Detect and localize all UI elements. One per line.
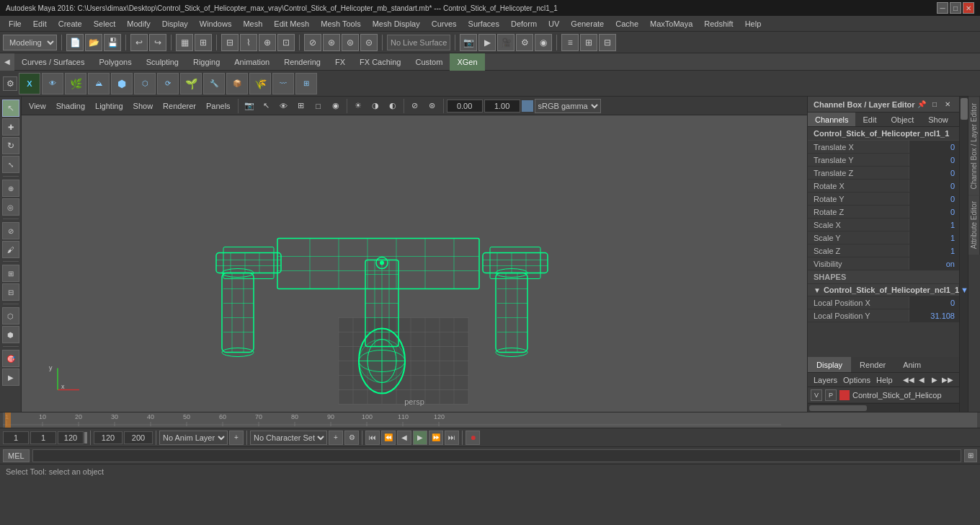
attr-value-locposY[interactable]: 31.108 <box>909 309 959 322</box>
menu-mesh[interactable]: Mesh <box>237 18 268 30</box>
shelf-icon4[interactable]: ⬢ <box>111 73 133 94</box>
current-frame-input[interactable] <box>3 431 29 444</box>
layers-scroll-prev-button[interactable]: ◀ <box>916 374 927 386</box>
cb-close-button[interactable]: ✕ <box>942 99 953 110</box>
menu-meshtools[interactable]: Mesh Tools <box>315 18 366 30</box>
tab-fx-caching[interactable]: FX Caching <box>352 53 408 71</box>
save-scene-button[interactable]: 💾 <box>104 34 121 51</box>
vp-select-btn[interactable]: ↖ <box>259 98 275 114</box>
mel-label[interactable]: MEL <box>3 449 30 462</box>
menu-modify[interactable]: Modify <box>121 18 156 30</box>
go-to-end-button[interactable]: ⏭ <box>445 431 459 445</box>
snap-together-button[interactable]: ⊟ <box>2 283 19 301</box>
display-tab[interactable]: Display <box>808 357 851 372</box>
paint-sel-button[interactable]: 🖌 <box>2 241 19 258</box>
menu-redshift[interactable]: Redshift <box>698 18 739 30</box>
shelf-icon6[interactable]: ⟳ <box>157 73 179 94</box>
help-label[interactable]: Help <box>876 376 893 384</box>
char-set-add-button[interactable]: + <box>329 431 343 445</box>
xform-btn1[interactable]: ⬡ <box>2 307 19 325</box>
tab-channels[interactable]: Channels <box>808 112 855 126</box>
snap-to-view-button[interactable]: ⊡ <box>277 34 295 51</box>
shelf-icon3[interactable]: ⛰ <box>88 73 110 94</box>
tab-polygons[interactable]: Polygons <box>92 53 138 71</box>
tool-btn2[interactable]: ⊛ <box>323 34 340 51</box>
menu-maxtomaya[interactable]: MaxToMaya <box>644 18 698 30</box>
tab-object[interactable]: Object <box>883 112 921 126</box>
attr-value-visibility[interactable]: on <box>909 257 959 270</box>
tab-edit[interactable]: Edit <box>855 112 883 126</box>
layers-scroll-right-button[interactable]: ▶▶ <box>942 374 953 386</box>
menu-select[interactable]: Select <box>88 18 122 30</box>
shelf-icon7[interactable]: 🌱 <box>180 73 202 94</box>
anim-layer-selector[interactable]: No Anim Layer <box>159 431 228 445</box>
channel-box-hscroll[interactable] <box>808 403 959 412</box>
anim-layer-add-button[interactable]: + <box>229 431 244 445</box>
menu-deform[interactable]: Deform <box>505 18 543 30</box>
vp-menu-view[interactable]: View <box>24 100 50 112</box>
soft-select-button[interactable]: ◎ <box>2 198 19 216</box>
exposure-input[interactable] <box>447 100 483 112</box>
snap-to-grid-button[interactable]: ⊟ <box>221 34 239 51</box>
vp-eye-btn[interactable]: 👁 <box>276 98 292 114</box>
tab-custom[interactable]: Custom <box>409 53 450 71</box>
cb-pin-button[interactable]: 📌 <box>916 99 927 110</box>
maximize-button[interactable]: □ <box>950 2 961 14</box>
mel-input[interactable] <box>32 449 961 462</box>
rotate-tool-button[interactable]: ↻ <box>2 137 19 154</box>
universal-manip-button[interactable]: ⊕ <box>2 180 19 197</box>
scene-render-button[interactable]: ▶ <box>2 369 19 386</box>
module-collapse-button[interactable]: ◀ <box>0 53 14 71</box>
attr-value-translatex[interactable]: 0 <box>909 141 959 153</box>
tab-xgen[interactable]: XGen <box>450 53 484 71</box>
layers-label[interactable]: Layers <box>814 376 837 384</box>
render-btn5[interactable]: ◉ <box>535 34 552 51</box>
tab-curves-surfaces[interactable]: Curves / Surfaces <box>14 53 92 71</box>
render-btn4[interactable]: ⚙ <box>516 34 533 51</box>
shelf-icon8[interactable]: 🔧 <box>203 73 225 94</box>
menu-display[interactable]: Display <box>156 18 194 30</box>
vp-shadow-btn[interactable]: ◑ <box>368 98 383 114</box>
range-end-input[interactable] <box>94 431 122 444</box>
hscroll-thumb[interactable] <box>809 405 867 411</box>
gamma-selector[interactable]: sRGB gamma <box>535 99 601 113</box>
range-end-field[interactable] <box>58 431 84 444</box>
layers-scroll-left-button[interactable]: ◀◀ <box>903 374 914 386</box>
show-manips-button[interactable]: ⊞ <box>2 265 19 282</box>
gamma-input[interactable] <box>484 100 520 112</box>
tool-btn3[interactable]: ⊜ <box>342 34 359 51</box>
snap-to-curve-button[interactable]: ⌇ <box>240 34 257 51</box>
select-by-hierarchy-button[interactable]: ▦ <box>176 34 193 51</box>
menu-edit[interactable]: Edit <box>27 18 53 30</box>
tab-rendering[interactable]: Rendering <box>277 53 328 71</box>
menu-cache[interactable]: Cache <box>610 18 644 30</box>
vp-camera-btn[interactable]: 📷 <box>241 98 257 114</box>
auto-key-button[interactable]: ⏺ <box>466 431 480 445</box>
timeline-ruler[interactable]: 1 10 20 30 40 50 60 70 80 90 100 110 120 <box>3 412 977 428</box>
vp-menu-shading[interactable]: Shading <box>52 100 89 112</box>
attr-value-locposX[interactable]: 0 <box>909 296 959 309</box>
open-scene-button[interactable]: 📂 <box>85 34 102 51</box>
shapes-expand-row[interactable]: ▼ Control_Stick_of_Helicopter_ncl1_1S...… <box>808 284 959 296</box>
tab-rigging[interactable]: Rigging <box>186 53 227 71</box>
tab-sculpting[interactable]: Sculpting <box>139 53 186 71</box>
render-btn1[interactable]: 📷 <box>460 34 477 51</box>
vp-smooth-btn[interactable]: ◉ <box>328 98 344 114</box>
render-region-button[interactable]: 🎯 <box>2 350 19 367</box>
select-by-component-button[interactable]: ⊞ <box>195 34 212 51</box>
mode-selector[interactable]: Modeling <box>3 35 57 50</box>
tool-btn4[interactable]: ⊝ <box>360 34 378 51</box>
attr-value-translatez[interactable]: 0 <box>909 167 959 179</box>
play-back-button[interactable]: ◀ <box>397 431 411 445</box>
shelf-icon10[interactable]: 🌾 <box>249 73 271 94</box>
range-start-input[interactable] <box>30 431 56 444</box>
shelf-icon11[interactable]: 〰 <box>272 73 294 94</box>
attr-value-scaley[interactable]: 1 <box>909 231 959 244</box>
menu-meshdisplay[interactable]: Mesh Display <box>367 18 426 30</box>
snap-to-point-button[interactable]: ⊕ <box>259 34 276 51</box>
tab-fx[interactable]: FX <box>328 53 352 71</box>
render-tab[interactable]: Render <box>851 357 894 372</box>
attr-value-scalez[interactable]: 1 <box>909 244 959 257</box>
extra-btn1[interactable]: ≡ <box>561 34 579 51</box>
render-btn2[interactable]: ▶ <box>478 34 496 51</box>
